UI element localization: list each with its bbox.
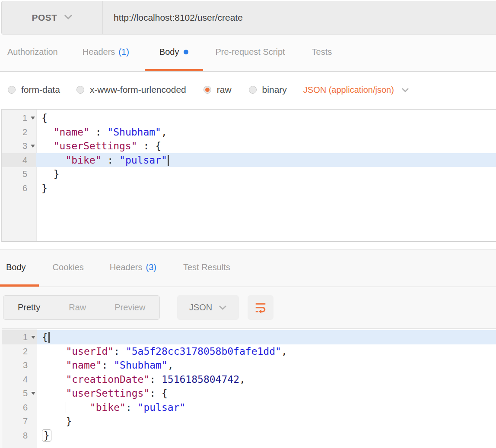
tab-cookies[interactable]: Cookies	[53, 250, 84, 287]
view-pretty-button[interactable]: Pretty	[3, 296, 54, 319]
method-label: POST	[32, 13, 57, 23]
code-line[interactable]: 2 "userId": "5a5f28cc3178058b0fafe1dd",	[2, 344, 496, 359]
tab-response-headers[interactable]: Headers (3)	[110, 250, 156, 287]
tab-test-results[interactable]: Test Results	[183, 250, 230, 287]
view-label: Raw	[69, 303, 86, 312]
tab-label: Authorization	[7, 47, 58, 57]
chevron-down-icon	[64, 14, 73, 22]
code-content: "bike": "pulsar"	[37, 401, 496, 415]
headers-count-badge: (1)	[118, 47, 129, 57]
code-text: ,	[281, 346, 287, 357]
code-content: }	[36, 167, 496, 181]
code-line[interactable]: 5 "userSettings": {	[2, 386, 496, 401]
code-line[interactable]: 6}	[2, 181, 496, 196]
gutter-cell: 8	[2, 429, 37, 443]
response-panel: Body Cookies Headers (3) Test Results Pr…	[0, 249, 496, 448]
mode-label: binary	[262, 85, 287, 95]
json-key: "bike"	[90, 402, 126, 413]
json-number-value: 1516185804742	[162, 374, 239, 385]
tab-label: Headers	[110, 262, 143, 272]
url-input[interactable]: http://localhost:8102/user/create	[103, 1, 496, 34]
response-toolbar: Pretty Raw Preview JSON	[0, 295, 496, 320]
code-line[interactable]: 1{	[2, 330, 496, 344]
line-number: 6	[22, 181, 27, 196]
view-raw-button[interactable]: Raw	[54, 296, 100, 319]
json-string-value: "Shubham"	[107, 126, 161, 138]
code-content: }	[37, 414, 496, 429]
postman-request-view: { "request": { "method": "POST", "url": …	[0, 0, 496, 448]
json-key: "userSettings"	[66, 388, 149, 399]
json-key: "bike"	[65, 155, 101, 166]
method-selector[interactable]: POST	[2, 1, 103, 34]
request-body-editor[interactable]: 1{2 "name" : "Shubham",3 "userSettings" …	[1, 109, 496, 242]
tab-headers[interactable]: Headers (1)	[83, 35, 129, 71]
line-number: 4	[23, 372, 28, 387]
response-body-editor[interactable]: 1{2 "userId": "5a5f28cc3178058b0fafe1dd"…	[2, 328, 496, 448]
radio-unselected-icon[interactable]	[249, 86, 257, 94]
mode-binary[interactable]: binary	[249, 85, 287, 95]
code-text: ,	[168, 360, 174, 371]
fold-arrow-icon[interactable]	[31, 392, 35, 395]
code-text: :	[126, 402, 138, 413]
radio-selected-icon[interactable]	[203, 86, 211, 94]
code-content: {	[37, 330, 496, 344]
code-line[interactable]: 4 "creationDate": 1516185804742,	[2, 372, 496, 387]
tab-authorization[interactable]: Authorization	[7, 35, 58, 71]
json-string-value: "Shubham"	[114, 360, 168, 371]
radio-unselected-icon[interactable]	[8, 86, 16, 94]
response-view-switch: Pretty Raw Preview	[3, 295, 160, 320]
json-key: "userId"	[66, 346, 114, 357]
tab-label: Cookies	[53, 262, 84, 272]
code-line[interactable]: 8}	[2, 429, 496, 443]
json-key: "userSettings"	[54, 140, 137, 151]
fold-arrow-icon[interactable]	[31, 336, 35, 339]
request-url-bar: POST http://localhost:8102/user/create	[1, 1, 496, 35]
radio-unselected-icon[interactable]	[76, 86, 84, 94]
word-wrap-button[interactable]	[248, 295, 273, 320]
gutter-cell: 4	[2, 372, 37, 387]
tab-response-body[interactable]: Body	[0, 250, 39, 287]
code-text	[42, 360, 66, 371]
code-line[interactable]: 1{	[2, 111, 496, 125]
code-text	[42, 402, 66, 413]
fold-arrow-icon[interactable]	[31, 117, 35, 120]
code-content: "userSettings": {	[37, 386, 496, 401]
mode-form-data[interactable]: form-data	[8, 85, 60, 95]
fold-arrow-icon[interactable]	[31, 145, 35, 148]
code-text: }	[41, 183, 48, 194]
mode-x-www-form-urlencoded[interactable]: x-www-form-urlencoded	[76, 85, 186, 95]
code-content: "userId": "5a5f28cc3178058b0fafe1dd",	[37, 344, 496, 359]
gutter-cell: 3	[2, 358, 37, 372]
code-line[interactable]: 2 "name" : "Shubham",	[2, 125, 496, 139]
code-content: }	[37, 429, 496, 443]
code-text	[41, 155, 65, 166]
mode-raw[interactable]: raw	[203, 85, 232, 95]
tab-pre-request-script[interactable]: Pre-request Script	[215, 35, 285, 71]
code-line[interactable]: 6 "bike": "pulsar"	[2, 401, 496, 415]
indent-guide	[66, 402, 89, 413]
code-line[interactable]: 7 }	[2, 414, 496, 429]
code-text: :	[149, 388, 162, 399]
content-type-selector[interactable]: JSON (application/json)	[303, 85, 409, 95]
code-text: {	[42, 331, 48, 343]
code-line[interactable]: 3 "name": "Shubham",	[2, 358, 496, 372]
code-line[interactable]: 5 }	[2, 167, 496, 181]
view-preview-button[interactable]: Preview	[100, 296, 159, 319]
tab-tests[interactable]: Tests	[312, 35, 332, 71]
line-number: 5	[23, 386, 28, 401]
code-line[interactable]: 3 "userSettings" : {	[2, 139, 496, 153]
line-number: 4	[22, 153, 27, 167]
response-format-selector[interactable]: JSON	[177, 295, 239, 320]
tab-body[interactable]: Body	[145, 35, 203, 71]
json-key: "name"	[66, 360, 102, 371]
code-content: "bike" : "pulsar"	[36, 153, 496, 167]
chevron-down-icon	[401, 85, 409, 95]
line-number: 1	[23, 330, 28, 344]
gutter-cell: 3	[2, 139, 36, 153]
code-line[interactable]: 4 "bike" : "pulsar"	[2, 153, 496, 167]
line-number: 2	[22, 125, 27, 139]
request-tab-bar: Authorization Headers (1) Body Pre-reque…	[0, 35, 496, 72]
code-text	[42, 388, 66, 399]
gutter-cell: 5	[2, 167, 36, 181]
gutter-cell: 2	[2, 125, 36, 139]
